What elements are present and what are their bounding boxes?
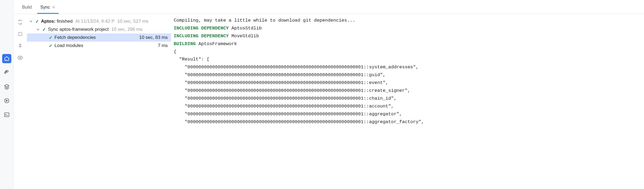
tab-sync[interactable]: Sync ✕ [37, 2, 59, 14]
tree-toolbar [13, 14, 27, 189]
tree-fetch-label: Fetch dependencies [54, 35, 96, 40]
tree-row-fetch-dependencies[interactable]: ✓ Fetch dependencies 10 sec, 83 ms [27, 33, 171, 42]
console-line: { [174, 49, 176, 54]
stop-icon[interactable] [16, 30, 24, 38]
check-icon: ✓ [35, 19, 39, 24]
tree-root-label: Aptos: finished [41, 19, 73, 24]
console-line: "000000000000000000000000000000000000000… [174, 80, 388, 85]
console-line: "000000000000000000000000000000000000000… [174, 112, 402, 117]
console-line: "000000000000000000000000000000000000000… [174, 96, 396, 101]
tab-sync-label: Sync [40, 5, 50, 10]
refresh-icon[interactable] [16, 18, 24, 26]
svg-rect-1 [4, 113, 9, 117]
svg-point-3 [19, 57, 21, 59]
chevron-down-icon[interactable] [36, 28, 40, 31]
console-keyword: INCLUDING DEPENDENCY [174, 33, 229, 39]
close-icon[interactable]: ✕ [52, 5, 55, 9]
main-area: Build Sync ✕ ✓ [13, 0, 644, 189]
check-icon: ✓ [42, 27, 46, 32]
console-keyword: BUILDING [174, 41, 196, 46]
tree-load-label: Load modules [54, 43, 83, 48]
tree-row-sync-project[interactable]: ✓ Sync aptos-framework project 10 sec, 2… [27, 25, 171, 33]
tabs-bar: Build Sync ✕ [13, 0, 644, 14]
console-line: "000000000000000000000000000000000000000… [174, 72, 386, 77]
run-icon[interactable] [2, 96, 11, 105]
console-output[interactable]: Compiling, may take a little while to do… [171, 14, 644, 189]
chevron-down-icon[interactable] [29, 20, 33, 23]
tree-load-duration: 7 ms [158, 43, 171, 48]
terminal-icon[interactable] [2, 110, 11, 119]
console-line: "000000000000000000000000000000000000000… [174, 65, 419, 70]
tree-row-root[interactable]: ✓ Aptos: finished At 11/13/24, 9:42 P 10… [27, 17, 171, 25]
console-dep: MoveStdlib [229, 33, 259, 39]
tree-row-load-modules[interactable]: ✓ Load modules 7 ms [27, 42, 171, 50]
svg-rect-2 [19, 32, 22, 36]
tab-build-label: Build [22, 5, 32, 10]
console-line: "000000000000000000000000000000000000000… [174, 119, 424, 124]
console-building-target: AptosFramework [196, 41, 237, 46]
tree-root-timestamp: At 11/13/24, 9:42 P [75, 19, 115, 24]
check-icon: ✓ [48, 43, 53, 48]
tree-fetch-duration: 10 sec, 83 ms [139, 35, 171, 40]
build-tree: ✓ Aptos: finished At 11/13/24, 9:42 P 10… [27, 14, 171, 189]
content-area: ✓ Aptos: finished At 11/13/24, 9:42 P 10… [13, 14, 644, 189]
check-icon: ✓ [48, 35, 53, 40]
stack-icon[interactable] [2, 82, 11, 91]
svg-point-0 [6, 71, 6, 71]
build-icon[interactable] [2, 54, 11, 63]
console-line: "Result": [ [174, 57, 210, 62]
tree-sync-duration: 10 sec, 296 ms [111, 27, 142, 32]
console-dep: AptosStdlib [229, 26, 262, 31]
tree-sync-label: Sync aptos-framework project [48, 27, 109, 32]
console-line: "000000000000000000000000000000000000000… [174, 88, 410, 93]
console-line: Compiling, may take a little while to do… [174, 18, 355, 23]
pin-icon[interactable] [16, 42, 24, 50]
tab-build[interactable]: Build [19, 2, 35, 14]
console-keyword: INCLUDING DEPENDENCY [174, 26, 229, 31]
console-line: "000000000000000000000000000000000000000… [174, 104, 394, 109]
python-icon[interactable] [2, 68, 11, 77]
left-sidebar [0, 0, 13, 189]
tree-root-duration: 10 sec, 527 ms [117, 19, 148, 24]
eye-icon[interactable] [16, 54, 24, 62]
